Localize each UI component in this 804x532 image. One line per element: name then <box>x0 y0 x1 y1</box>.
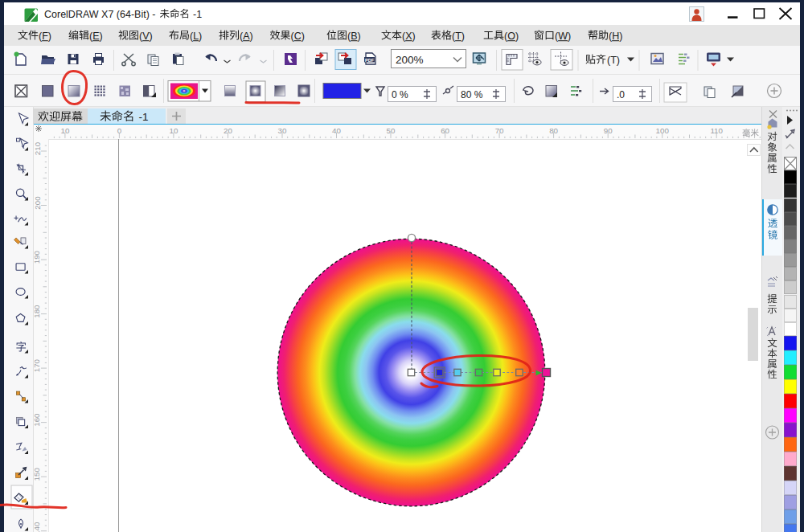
svg-text:(B): (B) <box>347 31 361 42</box>
svg-text:(F): (F) <box>39 31 51 42</box>
svg-text:(T): (T) <box>607 55 620 66</box>
svg-text:140: 140 <box>33 522 42 532</box>
svg-text:200%: 200% <box>396 54 424 66</box>
svg-text:0 %: 0 % <box>392 89 408 100</box>
svg-text:(L): (L) <box>190 31 202 42</box>
svg-text:200: 200 <box>33 196 42 210</box>
svg-text:(H): (H) <box>609 31 622 42</box>
svg-text:160: 160 <box>33 413 42 427</box>
svg-text:180: 180 <box>33 305 42 318</box>
svg-text:(E): (E) <box>89 31 103 42</box>
svg-text:-1: -1 <box>139 111 149 123</box>
svg-text:(O): (O) <box>504 31 519 42</box>
svg-text:(T): (T) <box>452 31 465 42</box>
svg-text:(C): (C) <box>291 31 305 42</box>
svg-text:CorelDRAW X7 (64-Bit) -: CorelDRAW X7 (64-Bit) - <box>44 9 155 20</box>
svg-text:(A): (A) <box>240 31 253 42</box>
svg-text:210: 210 <box>33 141 42 155</box>
svg-text:.0: .0 <box>617 89 625 100</box>
svg-text:PDF: PDF <box>365 58 375 63</box>
svg-text:80 %: 80 % <box>461 89 483 100</box>
svg-text:-1: -1 <box>193 9 202 20</box>
svg-text:(X): (X) <box>402 31 416 42</box>
svg-text:(V): (V) <box>139 31 153 42</box>
svg-text:(W): (W) <box>555 31 571 42</box>
svg-text:150: 150 <box>33 467 42 481</box>
svg-text:170: 170 <box>33 358 42 372</box>
svg-text:190: 190 <box>33 250 42 264</box>
